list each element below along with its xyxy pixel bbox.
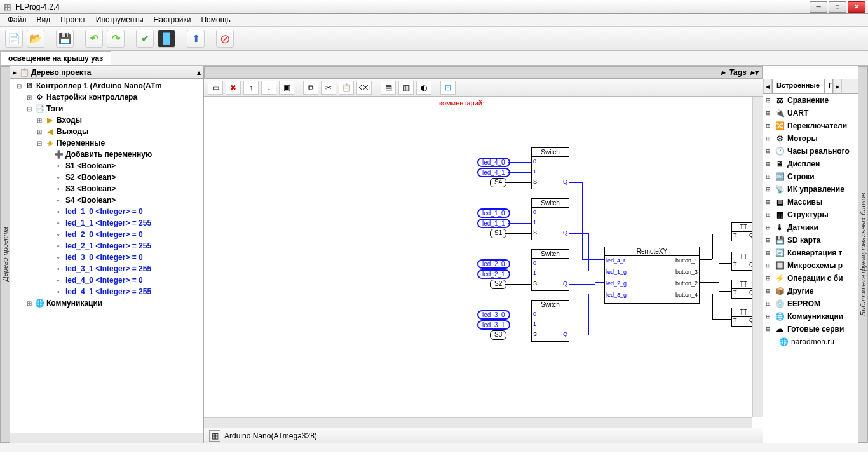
diagram-canvas[interactable]: комментарий: Switch 0 1 S Q Switch 0 1 S…	[204, 97, 763, 428]
switch-block-1[interactable]: Switch 0 1 S Q	[531, 147, 569, 189]
maximize-button[interactable]: □	[829, 1, 846, 13]
ctool-down[interactable]: ↓	[261, 81, 276, 95]
lib-bitops[interactable]: ⊞⚡Операции с би	[763, 272, 858, 285]
undo-button[interactable]: ↶	[85, 30, 103, 48]
tree-tags[interactable]: ⊟📑Тэги	[10, 103, 203, 114]
var-s4[interactable]: S4	[490, 178, 506, 187]
left-vtab-project-tree[interactable]: Дерево проекта	[0, 66, 10, 443]
lib-arrays[interactable]: ⊞▤Массивы	[763, 196, 858, 208]
lib-sd[interactable]: ⊞💾SD карта	[763, 234, 858, 247]
tree-var-led41[interactable]: ◦led_4_1 <Integer> = 255	[10, 286, 203, 297]
var-led21[interactable]: led_2_1	[477, 269, 510, 279]
project-tree[interactable]: ⊟🖥Контроллер 1 (Arduino Nano(ATm ⊞⚙Настр…	[10, 79, 203, 433]
tree-controller[interactable]: ⊟🖥Контроллер 1 (Arduino Nano(ATm	[10, 80, 203, 91]
tree-hscroll[interactable]	[10, 433, 203, 443]
tree-var-led20[interactable]: ◦led_2_0 <Integer> = 0	[10, 229, 203, 240]
stop-button[interactable]: ⊘	[216, 30, 234, 48]
menu-tools[interactable]: Инструменты	[91, 14, 149, 26]
lib-compare[interactable]: ⊞⚖Сравнение	[763, 94, 858, 107]
lib-strings[interactable]: ⊞🔤Строки	[763, 170, 858, 183]
var-led31[interactable]: led_3_1	[477, 320, 510, 330]
ctool-del[interactable]: ⌫	[356, 81, 372, 95]
redo-button[interactable]: ↷	[107, 30, 125, 48]
ctool-1[interactable]: ▭	[208, 81, 223, 95]
lib-narodmon[interactable]: 🌐narodmon.ru	[763, 335, 858, 348]
var-s1[interactable]: S1	[490, 229, 506, 238]
ctool-13[interactable]: ⊡	[440, 81, 456, 95]
tree-variables[interactable]: ⊟◈Переменные	[10, 137, 203, 149]
remotexy-block[interactable]: RemoteXY led_4_r led_1_g led_2_g led_3_g…	[604, 247, 700, 304]
lib-uart[interactable]: ⊞🔌UART	[763, 107, 858, 119]
ctool-copy[interactable]: ⧉	[303, 81, 318, 95]
panel-collapse-icon[interactable]: ▴	[197, 68, 201, 77]
lib-structs[interactable]: ⊞▦Структуры	[763, 208, 858, 221]
lib-sensors[interactable]: ⊞🌡Датчики	[763, 221, 858, 234]
ctool-12[interactable]: ◐	[416, 81, 431, 95]
ctool-11[interactable]: ▥	[398, 81, 414, 95]
right-vtab-library[interactable]: Библиотека функциональных блоков	[858, 66, 868, 443]
var-led20[interactable]: led_2_0	[477, 259, 510, 269]
tree-var-led30[interactable]: ◦led_3_0 <Integer> = 0	[10, 252, 203, 263]
ctool-paste[interactable]: 📋	[339, 81, 354, 95]
lib-motors[interactable]: ⊞⚙Моторы	[763, 132, 858, 145]
tree-add-variable[interactable]: ➕Добавить переменную	[10, 149, 203, 160]
tree-inputs[interactable]: ⊞▶Входы	[10, 114, 203, 126]
switch-block-4[interactable]: Switch 0 1 S Q	[531, 300, 569, 342]
lib-ir[interactable]: ⊞📡ИК управление	[763, 183, 858, 196]
var-led41[interactable]: led_4_1	[477, 168, 510, 177]
rtab-builtin[interactable]: Встроенные	[772, 79, 824, 93]
compile-button[interactable]: ▐▌	[158, 30, 175, 48]
menu-project[interactable]: Проект	[55, 14, 91, 26]
rtab-nav-right[interactable]: ▸	[833, 79, 842, 93]
var-led40[interactable]: led_4_0	[477, 158, 510, 167]
tree-controller-settings[interactable]: ⊞⚙Настройки контроллера	[10, 91, 203, 103]
new-button[interactable]: 📄	[5, 30, 23, 48]
menu-settings[interactable]: Настройки	[149, 14, 196, 26]
save-button[interactable]: 💾	[56, 30, 74, 48]
tree-var-led11[interactable]: ◦led_1_1 <Integer> = 255	[10, 217, 203, 229]
lib-services[interactable]: ⊟☁Готовые серви	[763, 323, 858, 335]
lib-convert[interactable]: ⊞🔄Конвертация т	[763, 247, 858, 259]
var-s2[interactable]: S2	[490, 280, 506, 289]
var-led30[interactable]: led_3_0	[477, 310, 510, 320]
ctool-2[interactable]: ✖	[226, 81, 241, 95]
lib-rtc[interactable]: ⊞🕐Часы реального	[763, 145, 858, 158]
canvas-hscroll[interactable]	[204, 417, 752, 428]
lib-comm[interactable]: ⊞🌐Коммуникации	[763, 310, 858, 323]
panel-toggle-icon[interactable]: ▸	[13, 68, 17, 77]
project-tab[interactable]: освещение на крышу уаз	[0, 51, 111, 65]
canvas-vscroll[interactable]	[752, 97, 763, 417]
tree-var-s2[interactable]: ◦S2 <Boolean>	[10, 172, 203, 183]
minimize-button[interactable]: ─	[810, 1, 827, 13]
ctool-up[interactable]: ↑	[243, 81, 259, 95]
lib-eeprom[interactable]: ⊞💿EEPROM	[763, 297, 858, 310]
tree-var-s3[interactable]: ◦S3 <Boolean>	[10, 183, 203, 194]
ctool-cut[interactable]: ✂	[321, 81, 336, 95]
ctool-10[interactable]: ▤	[381, 81, 396, 95]
tree-communications[interactable]: ⊞🌐Коммуникации	[10, 297, 203, 309]
upload-button[interactable]: ⬆	[187, 30, 205, 48]
var-led11[interactable]: led_1_1	[477, 219, 510, 228]
menu-help[interactable]: Помощь	[196, 14, 235, 26]
var-led10[interactable]: led_1_0	[477, 208, 510, 218]
tree-var-led10[interactable]: ◦led_1_0 <Integer> = 0	[10, 206, 203, 217]
tree-var-led21[interactable]: ◦led_2_1 <Integer> = 255	[10, 240, 203, 252]
lib-chips[interactable]: ⊞🔲Микросхемы р	[763, 259, 858, 272]
rtab-nav-left[interactable]: ◂	[763, 79, 772, 93]
library-list[interactable]: ⊞⚖Сравнение ⊞🔌UART ⊞🔀Переключатели ⊞⚙Мот…	[763, 94, 858, 443]
close-button[interactable]: ✕	[848, 1, 865, 13]
tree-var-s1[interactable]: ◦S1 <Boolean>	[10, 160, 203, 172]
var-s3[interactable]: S3	[490, 330, 506, 340]
check-button[interactable]: ✔	[136, 30, 154, 48]
switch-block-2[interactable]: Switch 0 1 S Q	[531, 198, 569, 240]
menu-view[interactable]: Вид	[32, 14, 56, 26]
ctool-5[interactable]: ▣	[279, 81, 294, 95]
lib-switches[interactable]: ⊞🔀Переключатели	[763, 119, 858, 132]
switch-block-3[interactable]: Switch 0 1 S Q	[531, 249, 569, 291]
tree-var-s4[interactable]: ◦S4 <Boolean>	[10, 194, 203, 206]
rtab-other[interactable]: П	[824, 79, 833, 93]
tree-outputs[interactable]: ⊞◀Выходы	[10, 126, 203, 137]
menu-file[interactable]: Файл	[3, 14, 32, 26]
lib-displays[interactable]: ⊞🖥Дисплеи	[763, 158, 858, 170]
tree-var-led31[interactable]: ◦led_3_1 <Integer> = 255	[10, 263, 203, 274]
